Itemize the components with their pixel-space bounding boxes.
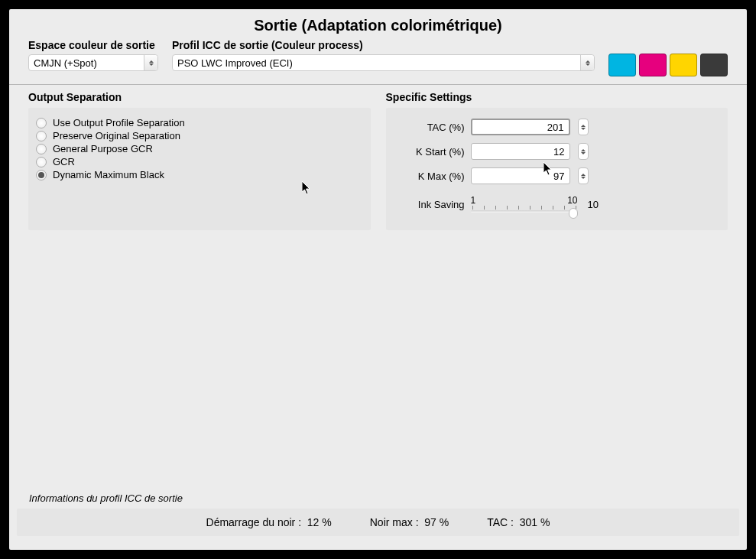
radio-label: Use Output Profile Separation	[53, 117, 185, 128]
swatch-black	[700, 54, 728, 76]
slider-thumb[interactable]	[569, 208, 578, 219]
info-title: Informations du profil ICC de sortie	[29, 492, 739, 504]
info-bar: Démarrage du noir : 12 % Noir max : 97 %…	[17, 509, 739, 536]
swatch-cyan	[608, 54, 636, 76]
window: Sortie (Adaptation colorimétrique) Espac…	[9, 9, 747, 550]
main-area: Output Separation Use Output Profile Sep…	[9, 91, 747, 230]
info-section: Informations du profil ICC de sortie Dém…	[9, 492, 747, 550]
kstart-input-wrap	[471, 143, 570, 160]
espace-couleur-select[interactable]: CMJN (+Spot)	[28, 54, 158, 71]
radio-label: GCR	[53, 156, 75, 167]
chevron-updown-icon	[580, 55, 594, 70]
radio-icon[interactable]	[36, 170, 47, 180]
tac-stepper[interactable]	[578, 119, 589, 135]
radio-option[interactable]: Preserve Original Separation	[36, 130, 363, 141]
color-swatches	[608, 39, 728, 76]
ink-saving-slider[interactable]: 1 10	[471, 192, 578, 216]
info-nmax: Noir max : 97 %	[370, 516, 449, 528]
tac-row: TAC (%)	[400, 119, 715, 135]
radio-option[interactable]: Use Output Profile Separation	[36, 117, 363, 128]
radio-icon[interactable]	[36, 131, 47, 141]
tac-label: TAC (%)	[400, 122, 465, 133]
radio-icon[interactable]	[36, 144, 47, 154]
output-separation-title: Output Separation	[28, 91, 371, 103]
info-tac: TAC : 301 %	[487, 516, 550, 528]
kmax-label: K Max (%)	[400, 171, 465, 182]
swatch-magenta	[639, 54, 667, 76]
radio-label: General Purpose GCR	[53, 143, 153, 154]
radio-option[interactable]: General Purpose GCR	[36, 143, 363, 154]
radio-label: Preserve Original Separation	[53, 130, 180, 141]
slider-value: 10	[588, 199, 599, 210]
radio-icon[interactable]	[36, 118, 47, 128]
profil-icc-select[interactable]: PSO LWC Improved (ECI)	[172, 54, 595, 71]
page-title: Sortie (Adaptation colorimétrique)	[9, 9, 747, 39]
info-dnoir: Démarrage du noir : 12 %	[206, 516, 332, 528]
swatch-yellow	[670, 54, 697, 76]
field-espace-couleur: Espace couleur de sortie CMJN (+Spot)	[28, 39, 158, 71]
divider	[9, 84, 747, 85]
tac-input[interactable]	[472, 120, 569, 134]
ink-saving-row: Ink Saving 1 10 10	[400, 192, 715, 216]
radio-option[interactable]: Dynamic Maximum Black	[36, 169, 363, 180]
specific-settings-panel: TAC (%) K Start (%) K Max (%)	[386, 108, 728, 230]
specific-settings-title: Specific Settings	[386, 91, 728, 103]
field-profil-icc: Profil ICC de sortie (Couleur process) P…	[172, 39, 595, 71]
ink-saving-label: Ink Saving	[400, 199, 465, 210]
kmax-stepper[interactable]	[578, 167, 589, 184]
kmax-row: K Max (%)	[400, 167, 715, 184]
kstart-row: K Start (%)	[400, 143, 715, 160]
tac-input-wrap	[471, 119, 570, 135]
slider-min: 1	[471, 195, 476, 206]
espace-couleur-label: Espace couleur de sortie	[28, 39, 158, 51]
profil-icc-value: PSO LWC Improved (ECI)	[177, 57, 293, 69]
kstart-stepper[interactable]	[578, 143, 589, 160]
kstart-input[interactable]	[472, 144, 569, 159]
espace-couleur-value: CMJN (+Spot)	[34, 57, 97, 69]
kstart-label: K Start (%)	[400, 146, 465, 158]
chevron-updown-icon	[144, 55, 157, 70]
radio-option[interactable]: GCR	[36, 156, 363, 167]
top-row: Espace couleur de sortie CMJN (+Spot) Pr…	[9, 39, 747, 84]
slider-max: 10	[567, 195, 577, 206]
radio-label: Dynamic Maximum Black	[53, 169, 164, 180]
profil-icc-label: Profil ICC de sortie (Couleur process)	[172, 39, 595, 51]
kmax-input-wrap	[471, 167, 570, 184]
output-separation-panel: Use Output Profile SeparationPreserve Or…	[28, 108, 371, 230]
kmax-input[interactable]	[472, 168, 569, 184]
radio-icon[interactable]	[36, 157, 47, 167]
